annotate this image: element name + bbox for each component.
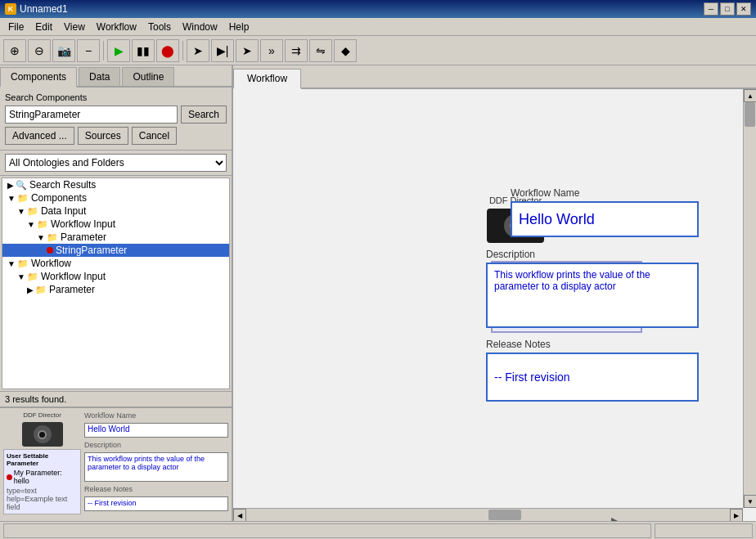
menu-tools[interactable]: Tools xyxy=(143,20,176,34)
close-button[interactable]: ✕ xyxy=(736,2,751,16)
menu-window[interactable]: Window xyxy=(178,20,223,34)
tree-item-workflow[interactable]: ▼ 📁 Workflow xyxy=(2,257,229,270)
tree-item-search-results[interactable]: ▶ 🔍 Search Results xyxy=(2,178,229,191)
tree-label-parameter-2: Parameter xyxy=(49,284,95,295)
fast-forward-button[interactable]: ➤ xyxy=(236,39,259,62)
scroll-down-button[interactable]: ▼ xyxy=(744,495,756,508)
tab-components[interactable]: Components xyxy=(0,67,77,88)
wf-release-input[interactable]: -- First revision xyxy=(486,353,699,402)
tab-data[interactable]: Data xyxy=(79,67,120,86)
ontology-dropdown[interactable]: All Ontologies and Folders xyxy=(5,154,227,172)
left-panel: Components Data Outline Search Component… xyxy=(0,65,233,521)
tree-arrow-workflow: ▼ xyxy=(7,259,16,268)
menu-help[interactable]: Help xyxy=(224,20,254,34)
wf-name-input[interactable]: Hello World xyxy=(511,201,699,237)
search-area: Search Components Search Advanced ... So… xyxy=(0,88,232,150)
tree-arrow-parameter-2: ▶ xyxy=(27,285,34,294)
toolbar-separator-2 xyxy=(182,41,183,61)
menu-edit[interactable]: Edit xyxy=(30,20,57,34)
tree-item-parameter-2[interactable]: ▶ 📁 Parameter xyxy=(2,283,229,296)
wf-desc-input[interactable]: This workflow prints the value of the pa… xyxy=(486,263,699,328)
tree-item-workflow-input[interactable]: ▼ 📁 Workflow Input xyxy=(2,218,229,231)
scroll-thumb-horizontal[interactable] xyxy=(488,510,521,520)
tree-area: ▶ 🔍 Search Results ▼ 📁 Components ▼ 📁 Da… xyxy=(2,177,230,389)
scroll-left-button[interactable]: ◀ xyxy=(233,509,246,521)
tree-arrow-data-input: ▼ xyxy=(17,207,25,216)
status-right xyxy=(655,523,753,538)
wf-release-box: Release Notes -- First revision xyxy=(486,339,699,402)
tab-workflow[interactable]: Workflow xyxy=(233,69,301,89)
search-input[interactable] xyxy=(5,106,178,124)
diamond-button[interactable]: ◆ xyxy=(334,39,357,62)
menu-workflow[interactable]: Workflow xyxy=(92,20,142,34)
mini-user-param: User Settable Parameter My Parameter: he… xyxy=(3,449,81,514)
mini-preview: DDF Director User Settable Parameter My … xyxy=(0,406,232,521)
skip-forward2-button[interactable]: ⇉ xyxy=(285,39,308,62)
folder-icon-components: 📁 xyxy=(17,193,29,204)
mini-right: Workflow Name Hello World Description Th… xyxy=(84,411,228,518)
folder-icon-workflow: 📁 xyxy=(17,258,29,269)
app-icon: K xyxy=(5,3,16,15)
stop-button[interactable]: ⬤ xyxy=(156,39,179,62)
cursor-indicator: ▶ xyxy=(611,514,620,521)
tree-arrow-workflow-input: ▼ xyxy=(27,220,35,229)
zoom-out-button[interactable]: ⊖ xyxy=(28,39,51,62)
mini-desc-label: Description xyxy=(84,441,228,449)
scroll-up-button[interactable]: ▲ xyxy=(744,89,756,102)
skip-forward-button[interactable]: » xyxy=(260,39,283,62)
tree-label-string-parameter: StringParameter xyxy=(56,245,127,256)
pause-button[interactable]: ▮▮ xyxy=(132,39,155,62)
tab-outline[interactable]: Outline xyxy=(122,67,174,86)
tree-arrow-search: ▶ xyxy=(7,181,14,190)
tree-arrow-workflow-input-2: ▼ xyxy=(17,272,25,281)
search-button[interactable]: Search xyxy=(181,106,227,124)
tree-arrow-components: ▼ xyxy=(7,194,16,203)
mini-desc-value: This workflow prints the value of the pa… xyxy=(84,452,228,482)
wf-name-value: Hello World xyxy=(519,211,595,228)
menu-file[interactable]: File xyxy=(3,20,29,34)
play-button[interactable]: ▶ xyxy=(107,39,130,62)
snapshot-button[interactable]: 📷 xyxy=(52,39,75,62)
tree-item-components[interactable]: ▼ 📁 Components xyxy=(2,191,229,204)
zoom-fit-button[interactable]: − xyxy=(77,39,100,62)
menu-bar: File Edit View Workflow Tools Window Hel… xyxy=(0,18,756,36)
menu-view[interactable]: View xyxy=(59,20,90,34)
btn-row: Advanced ... Sources Cancel xyxy=(5,127,227,145)
tree-item-parameter[interactable]: ▼ 📁 Parameter xyxy=(2,231,229,244)
mini-param-info-2: help=Example text field xyxy=(7,495,78,511)
tree-label-data-input: Data Input xyxy=(41,205,86,217)
mini-wf-name-label: Workflow Name xyxy=(84,411,228,420)
status-bar xyxy=(0,521,756,539)
maximize-button[interactable]: □ xyxy=(720,2,735,16)
mini-director-label: DDF Director xyxy=(23,411,61,419)
wf-desc-label: Description xyxy=(486,249,699,260)
search-icon: 🔍 xyxy=(16,180,27,191)
scrollbar-vertical[interactable]: ▲ ▼ xyxy=(743,89,756,508)
workflow-canvas[interactable]: ▲ ▼ ◀ ▶ DDF Director xyxy=(233,89,756,521)
cancel-button[interactable]: Cancel xyxy=(132,127,177,145)
zoom-in-button[interactable]: ⊕ xyxy=(3,39,26,62)
advanced-button[interactable]: Advanced ... xyxy=(5,127,74,145)
scrollbar-horizontal[interactable]: ◀ ▶ xyxy=(233,508,743,521)
scroll-right-button[interactable]: ▶ xyxy=(730,509,743,521)
tree-item-data-input[interactable]: ▼ 📁 Data Input xyxy=(2,204,229,218)
mini-wf-name-value: Hello World xyxy=(84,423,228,438)
sources-button[interactable]: Sources xyxy=(78,127,128,145)
tree-label-workflow: Workflow xyxy=(31,258,71,269)
scroll-thumb-vertical[interactable] xyxy=(745,102,755,127)
mini-director-icon xyxy=(22,422,63,447)
tree-item-workflow-input-2[interactable]: ▼ 📁 Workflow Input xyxy=(2,270,229,283)
step-end-button[interactable]: ▶| xyxy=(211,39,234,62)
item-dot-icon xyxy=(47,247,53,254)
tree-label-workflow-input-2: Workflow Input xyxy=(41,271,106,282)
step-forward-button[interactable]: ➤ xyxy=(187,39,209,62)
tree-item-string-parameter[interactable]: StringParameter xyxy=(2,244,229,257)
jump-button[interactable]: ⇋ xyxy=(309,39,332,62)
minimize-button[interactable]: ─ xyxy=(704,2,718,16)
folder-icon-parameter-2: 📁 xyxy=(35,285,47,295)
search-row: Search xyxy=(5,106,227,124)
status-left xyxy=(3,523,651,538)
dropdown-row: All Ontologies and Folders xyxy=(0,150,232,176)
wf-release-label: Release Notes xyxy=(486,339,699,350)
mini-param-info-1: type=text xyxy=(7,487,78,495)
